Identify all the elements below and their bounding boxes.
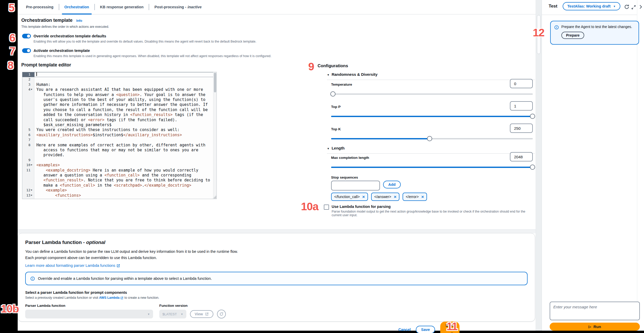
prepare-button[interactable]: Prepare — [561, 32, 584, 39]
remove-chip-icon[interactable]: × — [394, 195, 396, 199]
fold-arrow-icon[interactable]: ▼ — [31, 164, 33, 166]
function-version-select[interactable]: $LATEST▼ — [159, 310, 186, 318]
slider-knob[interactable] — [330, 91, 336, 97]
editor-scrollbar[interactable] — [213, 72, 216, 199]
accordion-randomness[interactable]: ▼Randomness & Diversity — [327, 72, 535, 80]
stop-sequence-input[interactable] — [331, 181, 380, 191]
prompt-template-editor[interactable]: 1▼2▼3▼Human:4▼You are a research assista… — [22, 72, 217, 199]
expand-panel-button[interactable] — [631, 5, 636, 10]
alias-selector[interactable]: TestAlias: Working draft▼ — [563, 2, 620, 10]
top-p-label: Top P — [331, 105, 341, 109]
annotation-7: 7 — [9, 45, 15, 57]
cancel-button[interactable]: Cancel — [398, 328, 411, 332]
editor-scrollbar-thumb[interactable] — [214, 73, 216, 92]
parser-lambda-card: Parser Lambda function - optional You ca… — [18, 233, 535, 322]
editor-line[interactable]: 5▼You were created with these instructio… — [22, 127, 216, 132]
annotation-11: 11 — [446, 320, 457, 333]
slider-knob[interactable] — [530, 165, 535, 170]
collapse-panel-chevron[interactable] — [639, 4, 643, 9]
fold-arrow-icon[interactable]: ▼ — [31, 88, 33, 91]
remove-chip-icon[interactable]: × — [421, 195, 424, 199]
card-separator — [18, 229, 536, 233]
temperature-label: Temperature — [331, 83, 352, 86]
remove-chip-icon[interactable]: × — [362, 195, 365, 199]
editor-line[interactable]: 9▼ — [22, 158, 216, 163]
select-parser-sub: Select a previously created Lambda funct… — [25, 296, 528, 300]
add-stop-sequence-button[interactable]: Add — [383, 181, 401, 188]
tab-orchestration[interactable]: Orchestration — [59, 0, 94, 14]
temperature-slider[interactable] — [331, 91, 533, 97]
tab-kb-response-generation[interactable]: KB response generation — [95, 0, 149, 14]
override-toggle-desc: Enabling this will allow you to edit the… — [34, 40, 293, 43]
tab-post-processing[interactable]: Post-processing -inactive — [149, 0, 207, 14]
slider-knob[interactable] — [427, 136, 432, 141]
caret-down-icon: ▼ — [181, 313, 183, 316]
override-toggle[interactable] — [22, 34, 31, 38]
max-completion-length-slider[interactable] — [331, 165, 533, 170]
top-p-slider[interactable] — [331, 114, 533, 119]
parser-alert-text: Override and enable a Lambda function fo… — [38, 276, 212, 281]
editor-line[interactable]: 11▼ <example_docstring> Here is an examp… — [22, 168, 216, 188]
external-link-icon — [205, 312, 209, 316]
use-lambda-parsing-checkbox[interactable] — [324, 205, 329, 210]
slider-knob[interactable] — [530, 114, 535, 119]
editor-line[interactable]: 13▼ <functions> — [22, 193, 216, 198]
editor-line[interactable]: 10▼<examples> — [22, 163, 216, 168]
fold-arrow-icon[interactable]: ▼ — [31, 189, 33, 191]
temperature-input[interactable] — [510, 79, 533, 88]
editor-line[interactable]: 8▼Here are some examples of correct acti… — [22, 143, 216, 158]
editor-line[interactable]: 6▼<auxiliary_instructions>$instruction$<… — [22, 133, 216, 138]
info-link[interactable]: Info — [76, 19, 82, 23]
annotation-9: 9 — [308, 60, 314, 73]
top-k-input[interactable] — [510, 124, 533, 133]
accordion-length[interactable]: ▼Length — [327, 146, 535, 154]
activate-toggle-desc: Enabling this means this template is use… — [34, 54, 306, 58]
parser-desc-1: You can define a Lambda function to pars… — [25, 249, 528, 254]
editor-heading: Prompt template editor — [21, 62, 71, 68]
bottom-black-strip — [0, 331, 644, 333]
save-button[interactable]: Save — [416, 326, 435, 333]
fold-arrow-icon[interactable]: ▼ — [31, 194, 33, 196]
top-p-input[interactable] — [510, 101, 533, 111]
editor-line[interactable]: 14▼ <function> — [22, 198, 216, 199]
editor-line[interactable]: 2▼ — [22, 77, 216, 82]
annotation-12: 12 — [533, 26, 544, 39]
editor-line[interactable]: 1▼ — [22, 72, 216, 77]
message-input[interactable] — [550, 302, 640, 320]
page-title: Orchestration template — [21, 18, 73, 23]
test-panel: Test TestAlias: Working draft▼ Prepare t… — [542, 0, 644, 331]
chevron-right-icon — [639, 5, 643, 9]
caret-down-icon: ▼ — [147, 313, 150, 316]
toggle-activate-template: Activate orchestration template Enabling… — [22, 48, 306, 58]
use-lambda-parsing-label: Use Lambda function for parsing — [332, 205, 531, 209]
parser-fn-select[interactable]: ▼ — [25, 310, 153, 318]
annotation-10a: 10a — [301, 200, 318, 213]
refresh-test-button[interactable] — [624, 4, 629, 10]
editor-line[interactable]: 3▼Human: — [22, 82, 216, 87]
parser-selects-row: Parser Lambda function ▼ Function versio… — [25, 304, 528, 318]
activate-toggle[interactable] — [22, 48, 31, 53]
prepare-alert: Prepare the Agent to test the latest cha… — [550, 21, 639, 45]
function-version-label: Function version — [159, 304, 226, 308]
max-completion-length-label: Max completion length — [331, 156, 369, 160]
configurations-panel: Configurations ▼Randomness & Diversity T… — [318, 62, 535, 223]
refresh-functions-button[interactable] — [217, 310, 226, 318]
toggle-knob — [27, 49, 30, 52]
prepare-alert-text: Prepare the Agent to test the latest cha… — [561, 25, 632, 29]
tab-pre-processing[interactable]: Pre-processing — [21, 0, 59, 14]
learn-more-link[interactable]: Learn more about formatting parser Lambd… — [25, 263, 115, 268]
parser-learn-more: Learn more about formatting parser Lambd… — [25, 263, 528, 268]
test-panel-divider — [637, 0, 637, 331]
stop-sequence-chip: </error>× — [403, 193, 427, 201]
caret-down-icon: ▼ — [613, 5, 616, 8]
top-k-slider[interactable] — [331, 136, 533, 141]
editor-line[interactable]: 4▼You are a research assistant AI that h… — [22, 87, 216, 127]
main-scrollbar[interactable] — [536, 0, 542, 331]
configurations-title: Configurations — [318, 63, 348, 68]
run-button[interactable]: ▷Run — [550, 323, 640, 331]
editor-line[interactable]: 7▼ — [22, 138, 216, 142]
max-completion-length-input[interactable] — [510, 152, 533, 161]
view-function-button[interactable]: View — [190, 310, 213, 318]
editor-line[interactable]: 12▼ <example> — [22, 188, 216, 193]
aws-lambda-link[interactable]: AWS Lambda — [99, 296, 120, 300]
